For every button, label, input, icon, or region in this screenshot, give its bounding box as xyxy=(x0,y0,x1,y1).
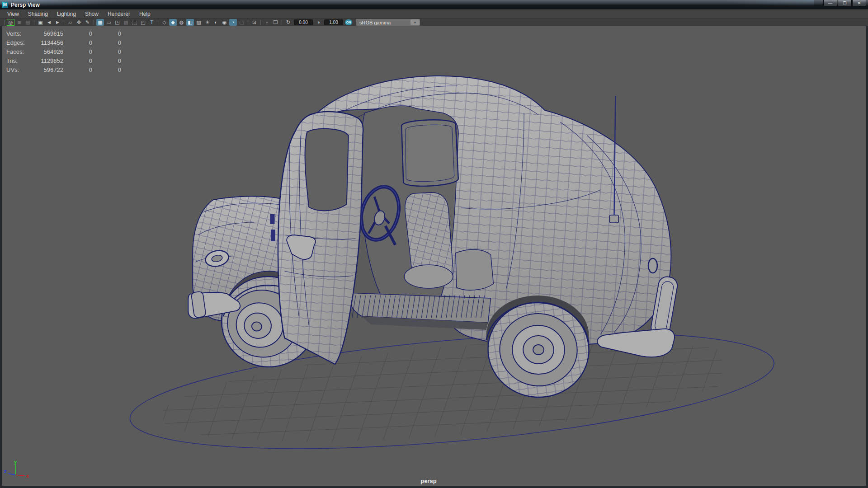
hud-poly-count: Verts:56961500Edges:113445600Faces:56492… xyxy=(6,29,121,74)
bookmark-view-icon[interactable]: ▣ xyxy=(37,19,44,26)
toolbar-separator xyxy=(260,20,261,25)
wireframe-mode-icon[interactable]: ◇ xyxy=(160,19,168,26)
rear-seat xyxy=(456,249,494,290)
grease-pencil-icon[interactable]: ✎ xyxy=(84,19,91,26)
axis-gizmo: y x z xyxy=(4,460,33,483)
door-window xyxy=(305,129,348,211)
maya-app-icon: M xyxy=(2,2,8,8)
motion-blur-toggle-icon[interactable]: ◔ xyxy=(229,19,237,26)
axis-z-label: z xyxy=(4,469,7,474)
hud-v2: 0 xyxy=(63,66,92,73)
snapshot-icon[interactable]: ❐ xyxy=(272,19,279,26)
toolbar-separator xyxy=(158,20,158,25)
minimize-button[interactable]: — xyxy=(823,0,837,7)
ssao-toggle-icon[interactable]: ◉ xyxy=(221,19,228,26)
hud-v2: 0 xyxy=(63,57,92,64)
hud-v1: 569615 xyxy=(38,30,63,37)
hud-v3: 0 xyxy=(92,57,121,64)
title-bar[interactable]: M Persp View —❐✕ xyxy=(0,0,868,9)
lock-camera-icon[interactable]: ◙ xyxy=(15,19,23,26)
safe-title-icon[interactable]: T xyxy=(148,19,156,26)
object-details-icon[interactable]: ▫ xyxy=(263,19,271,26)
viewport-canvas[interactable]: Verts:56961500Edges:113445600Faces:56492… xyxy=(2,26,866,486)
textured-sphere-icon[interactable]: ◍ xyxy=(178,19,185,26)
panel-toolbar: ◎◙▤▣◄►▱✥✎▦▭◳▩⬚◰T◇◆◍◧▨✳◐◉◔▢⊡▫❐↻0.00◑1.00O… xyxy=(0,18,868,26)
camera-name-label: persp xyxy=(2,478,855,484)
hud-label: Faces: xyxy=(6,48,38,55)
previous-view-icon[interactable]: ◄ xyxy=(45,19,53,26)
next-view-icon[interactable]: ► xyxy=(54,19,61,26)
safe-action-icon[interactable]: ◰ xyxy=(139,19,147,26)
hud-v2: 0 xyxy=(63,39,92,46)
hud-v1: 1134456 xyxy=(38,39,63,46)
hud-v1: 596722 xyxy=(38,66,63,73)
toolbar-separator xyxy=(94,20,94,25)
hud-label: Tris: xyxy=(6,57,38,64)
hud-v2: 0 xyxy=(63,30,92,37)
hud-v1: 1129852 xyxy=(38,57,63,64)
open-door xyxy=(270,112,363,364)
exposure-value-field[interactable]: 0.00 xyxy=(294,19,313,25)
select-camera-icon[interactable]: ◎ xyxy=(7,19,14,26)
hud-v2: 0 xyxy=(63,48,92,55)
menu-shading[interactable]: Shading xyxy=(24,11,53,18)
color-management-on-icon[interactable]: ON xyxy=(345,19,352,25)
grid-toggle-icon[interactable]: ▦ xyxy=(96,19,104,26)
hud-row-edges: Edges:113445600 xyxy=(6,38,121,47)
field-chart-icon[interactable]: ⬚ xyxy=(131,19,138,26)
window-controls: —❐✕ xyxy=(823,0,866,7)
menu-lighting[interactable]: Lighting xyxy=(53,11,81,18)
rocker-sill xyxy=(347,293,491,330)
hud-label: Verts: xyxy=(6,30,38,37)
hud-row-uvs: UVs:59672200 xyxy=(6,65,121,74)
axis-y-label: y xyxy=(14,460,17,465)
hud-v3: 0 xyxy=(92,48,121,55)
resolution-gate-icon[interactable]: ◳ xyxy=(113,19,121,26)
2d-pan-zoom-icon[interactable]: ✥ xyxy=(75,19,83,26)
film-gate-icon[interactable]: ▭ xyxy=(105,19,113,26)
toolbar-separator xyxy=(282,20,282,25)
gate-mask-icon[interactable]: ▩ xyxy=(122,19,130,26)
menu-show[interactable]: Show xyxy=(81,11,104,18)
menu-bar: ViewShadingLightingShowRendererHelp xyxy=(0,9,868,18)
exposure-icon[interactable]: ↻ xyxy=(284,19,292,26)
hud-label: UVs: xyxy=(6,66,38,73)
isolate-select-icon[interactable]: ⊡ xyxy=(250,19,258,26)
image-plane-icon[interactable]: ▱ xyxy=(66,19,74,26)
contrast-icon[interactable]: ◑ xyxy=(315,19,322,26)
hud-label: Edges: xyxy=(6,39,38,46)
close-button[interactable]: ✕ xyxy=(852,0,866,7)
persp-view-window: M Persp View —❐✕ ViewShadingLightingShow… xyxy=(0,0,868,488)
menu-help[interactable]: Help xyxy=(135,11,156,18)
restore-button[interactable]: ❐ xyxy=(838,0,852,7)
rear-wheel xyxy=(485,296,592,401)
window-title: Persp View xyxy=(11,2,40,8)
toolbar-separator xyxy=(248,20,248,25)
toolbar-separator xyxy=(64,20,64,25)
camera-attributes-icon[interactable]: ▤ xyxy=(24,19,32,26)
smooth-shade-mode-icon[interactable]: ◆ xyxy=(169,19,177,26)
hud-v3: 0 xyxy=(92,66,121,73)
lighting-toggle-icon[interactable]: ✳ xyxy=(203,19,211,26)
toolbar-separator xyxy=(34,20,34,25)
shadows-toggle-icon[interactable]: ◐ xyxy=(212,19,220,26)
toolbar-separator xyxy=(4,20,5,25)
hud-v1: 564926 xyxy=(38,48,63,55)
menu-view[interactable]: View xyxy=(3,11,24,18)
colorspace-value: sRGB gamma xyxy=(359,20,391,25)
use-default-material-icon[interactable]: ▨ xyxy=(195,19,203,26)
hud-row-tris: Tris:112985200 xyxy=(6,56,121,65)
windshield-frame xyxy=(401,120,458,186)
scene-3d xyxy=(2,26,866,486)
hud-v3: 0 xyxy=(92,39,121,46)
colorspace-dropdown[interactable]: sRGB gamma▼ xyxy=(356,19,420,26)
hud-row-faces: Faces:56492600 xyxy=(6,47,121,56)
hud-row-verts: Verts:56961500 xyxy=(6,29,121,38)
gamma-value-field[interactable]: 1.00 xyxy=(324,19,343,25)
multisample-toggle-icon[interactable]: ▢ xyxy=(238,19,245,26)
textured-mode-icon[interactable]: ◧ xyxy=(186,19,194,26)
hud-v3: 0 xyxy=(92,30,121,37)
menu-renderer[interactable]: Renderer xyxy=(104,11,135,18)
chevron-down-icon[interactable]: ▼ xyxy=(410,19,420,25)
taillight xyxy=(648,258,657,273)
